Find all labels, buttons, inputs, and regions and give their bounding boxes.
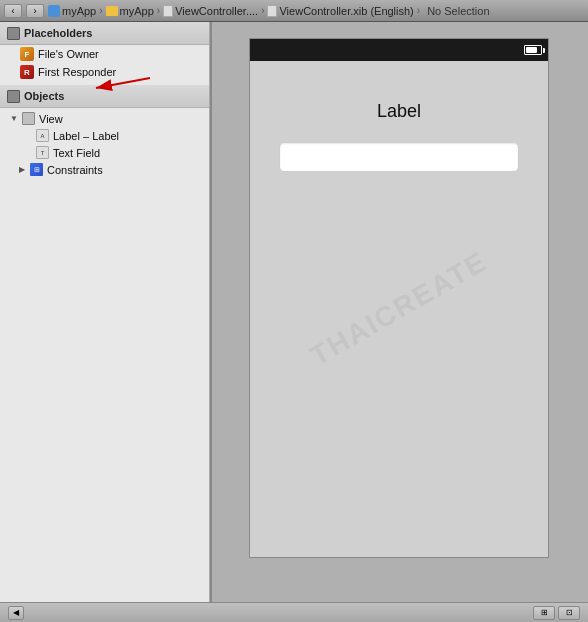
layout-btn-2[interactable]: ⊡ xyxy=(558,606,580,620)
breadcrumb-label-myapp1: myApp xyxy=(62,5,96,17)
breadcrumb-sep-1: › xyxy=(99,5,102,16)
file-icon-1 xyxy=(163,5,173,17)
constraints-item-label: Constraints xyxy=(47,164,103,176)
breadcrumb-sep-3: › xyxy=(261,5,264,16)
view-icon xyxy=(22,112,35,125)
label-widget[interactable]: Label xyxy=(377,101,421,122)
phone-frame: Label THAICREATE xyxy=(249,38,549,558)
main-area: Placeholders F File's Owner R First Resp… xyxy=(0,22,588,602)
label-item-label: Label – Label xyxy=(53,130,119,142)
breadcrumb-item-vc2[interactable]: ViewController.xib (English) xyxy=(267,5,413,17)
files-owner-item[interactable]: F File's Owner xyxy=(0,45,209,63)
placeholders-section-icon xyxy=(6,26,20,40)
panel-divider xyxy=(210,22,212,602)
first-responder-icon: R xyxy=(20,65,34,79)
textfield-item-label: Text Field xyxy=(53,147,100,159)
breadcrumb-item-vc1[interactable]: ViewController.... xyxy=(163,5,258,17)
toolbar: ‹ › myApp › myApp › ViewController.... ›… xyxy=(0,0,588,22)
first-responder-item[interactable]: R First Responder xyxy=(0,63,209,81)
objects-title: Objects xyxy=(24,90,64,102)
battery-fill xyxy=(526,47,537,53)
view-label: View xyxy=(39,113,63,125)
folder-icon xyxy=(106,6,118,16)
layout-buttons: ⊞ ⊡ xyxy=(533,606,580,620)
layout-btn-1[interactable]: ⊞ xyxy=(533,606,555,620)
breadcrumb-label-vc2: ViewController.xib (English) xyxy=(279,5,413,17)
textfield-item[interactable]: T Text Field xyxy=(0,144,209,161)
files-owner-label: File's Owner xyxy=(38,48,99,60)
canvas-nav-button[interactable]: ◀ xyxy=(8,606,24,620)
cube-icon xyxy=(7,27,20,40)
objects-tree: View A Label – Label T Text Field ⊞ Cons… xyxy=(0,108,209,178)
constraints-icon: ⊞ xyxy=(30,163,43,176)
breadcrumb-item-myapp2[interactable]: myApp xyxy=(106,5,154,17)
label-item[interactable]: A Label – Label xyxy=(0,127,209,144)
file-icon-2 xyxy=(267,5,277,17)
nav-forward-button[interactable]: › xyxy=(26,4,44,18)
view-item[interactable]: View xyxy=(0,110,209,127)
breadcrumb-sep-2: › xyxy=(157,5,160,16)
first-responder-label: First Responder xyxy=(38,66,116,78)
phone-statusbar xyxy=(250,39,548,61)
app-icon xyxy=(48,5,60,17)
canvas-area: Label THAICREATE xyxy=(210,22,588,602)
phone-content: Label THAICREATE xyxy=(250,61,548,557)
watermark-text: THAICREATE xyxy=(305,246,493,373)
breadcrumb-item-myapp1[interactable]: myApp xyxy=(48,5,96,17)
constraints-triangle[interactable] xyxy=(18,166,26,174)
bottom-bar: ◀ ⊞ ⊡ xyxy=(0,602,588,622)
left-panel: Placeholders F File's Owner R First Resp… xyxy=(0,22,210,602)
objects-cube-icon xyxy=(7,90,20,103)
breadcrumb-label-myapp2: myApp xyxy=(120,5,154,17)
no-selection-label: No Selection xyxy=(427,5,489,17)
files-owner-icon: F xyxy=(20,47,34,61)
textfield-icon: T xyxy=(36,146,49,159)
objects-section-icon xyxy=(6,89,20,103)
objects-header: Objects xyxy=(0,85,209,108)
label-icon: A xyxy=(36,129,49,142)
placeholders-header: Placeholders xyxy=(0,22,209,45)
nav-back-button[interactable]: ‹ xyxy=(4,4,22,18)
breadcrumb-label-vc1: ViewController.... xyxy=(175,5,258,17)
breadcrumb: myApp › myApp › ViewController.... › Vie… xyxy=(48,5,584,17)
text-field-widget[interactable] xyxy=(279,142,519,172)
breadcrumb-sep-4: › xyxy=(417,5,420,16)
battery-icon xyxy=(524,45,542,55)
constraints-item[interactable]: ⊞ Constraints xyxy=(0,161,209,178)
placeholders-title: Placeholders xyxy=(24,27,92,39)
view-triangle[interactable] xyxy=(10,115,18,123)
